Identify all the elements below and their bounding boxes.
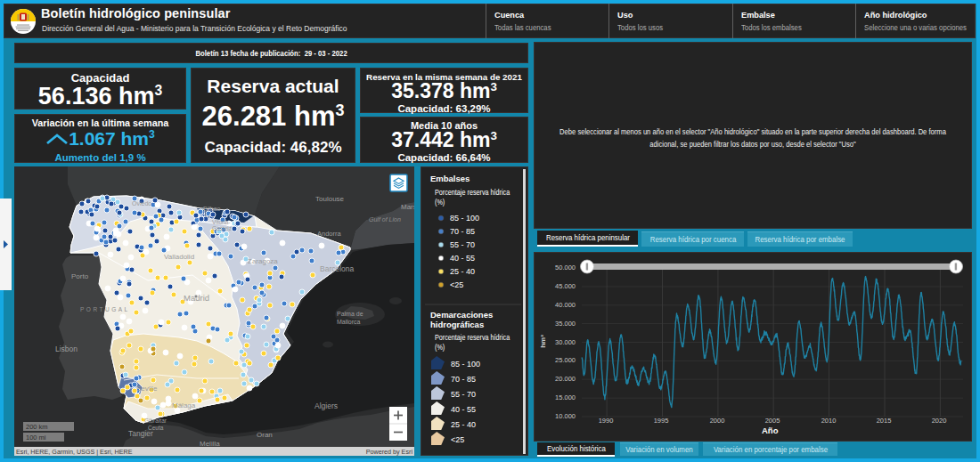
svg-text:Barcelona: Barcelona — [320, 264, 355, 273]
svg-text:PORTUGAL: PORTUGAL — [80, 306, 130, 312]
svg-text:Mallorca: Mallorca — [337, 319, 361, 325]
svg-text:Marse: Marse — [401, 203, 414, 211]
svg-text:Ceuta: Ceuta — [148, 425, 164, 431]
svg-text:Oran: Oran — [257, 431, 273, 439]
svg-text:Málaga: Málaga — [172, 401, 196, 409]
svg-text:Toulouse: Toulouse — [315, 195, 345, 203]
svg-text:200 km: 200 km — [26, 423, 48, 431]
svg-text:Gasteiz: Gasteiz — [212, 225, 232, 231]
svg-text:Esri, HERE, Garmin, USGS | Esr: Esri, HERE, Garmin, USGS | Esri, HERE — [16, 448, 133, 456]
svg-text:Vitoria-: Vitoria- — [212, 219, 230, 225]
svg-text:Bilbao: Bilbao — [203, 206, 221, 212]
svg-text:Gulf of Lion: Gulf of Lion — [369, 216, 401, 223]
svg-text:Gibraltar: Gibraltar — [144, 417, 167, 424]
svg-text:100 mi: 100 mi — [26, 434, 46, 442]
svg-text:Zaragoza: Zaragoza — [248, 257, 278, 265]
svg-text:Melilla: Melilla — [200, 440, 220, 448]
svg-text:Andorra: Andorra — [317, 230, 342, 238]
svg-text:Porto: Porto — [71, 272, 89, 280]
svg-text:Algiers: Algiers — [314, 401, 338, 410]
svg-text:Seville: Seville — [136, 385, 158, 393]
svg-text:Palma de: Palma de — [337, 311, 363, 317]
svg-text:Oviedo: Oviedo — [132, 200, 151, 207]
svg-text:Powered by Esri: Powered by Esri — [366, 448, 413, 456]
svg-text:Valladolid: Valladolid — [164, 253, 194, 261]
svg-text:Lisbon: Lisbon — [55, 344, 78, 353]
